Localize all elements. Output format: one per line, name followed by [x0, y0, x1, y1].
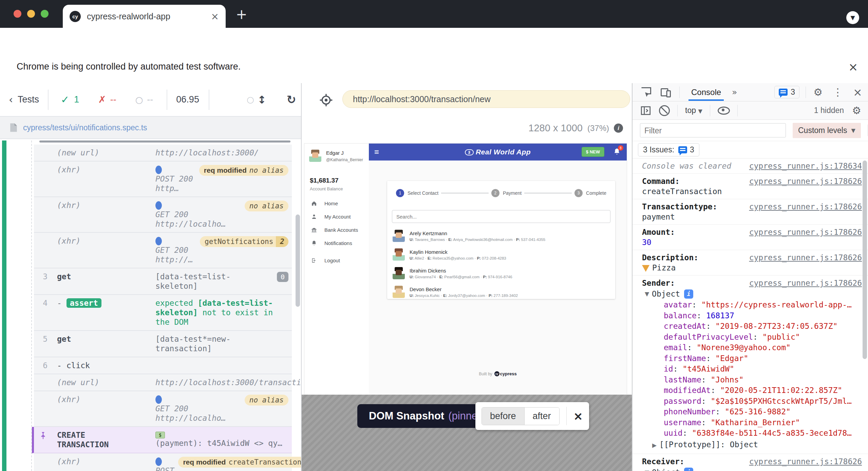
devtools-kebab-icon[interactable]: ⋮	[833, 86, 843, 98]
browser-tab[interactable]: cy cypress-realworld-app ×	[63, 5, 226, 28]
source-link[interactable]: cypress_runner.js:178626	[749, 176, 862, 196]
runner-scrollbar[interactable]	[296, 214, 300, 307]
object-property[interactable]: username: "Katharina_Bernier"	[633, 417, 868, 428]
rerun-tests-icon[interactable]: ↻	[287, 93, 296, 106]
command-row[interactable]: 6- click	[34, 357, 292, 374]
context-selector[interactable]: top ▼	[685, 106, 702, 115]
console-filter-field[interactable]	[640, 123, 786, 137]
console-sidebar-toggle-icon[interactable]	[640, 105, 652, 116]
scrolled-row-edge	[39, 140, 290, 143]
window-minimize-button[interactable]	[27, 10, 35, 18]
sidebar-item-bank-accounts[interactable]: Bank Accounts	[304, 223, 369, 237]
inspect-element-icon[interactable]	[640, 86, 652, 98]
devtools-settings-gear-icon[interactable]: ⚙	[813, 86, 823, 98]
live-expression-eye-icon[interactable]	[718, 107, 730, 115]
command-row[interactable]: 3get [data-test=list-skeleton] 0	[34, 268, 292, 295]
source-link[interactable]: cypress_runner.js:178626	[749, 227, 862, 247]
route-badge: req modifiedcreateTransaction	[178, 457, 301, 468]
contact-search-input[interactable]	[392, 213, 604, 220]
snapshot-close-icon[interactable]: ×	[573, 409, 583, 423]
object-property[interactable]: email: "Norene39@yahoo.com"	[633, 342, 868, 353]
contact-list-item[interactable]: Ibrahim Dickens U: Giovanna74 · E: Pearl…	[387, 264, 615, 282]
new-tab-button[interactable]: +	[236, 7, 247, 21]
sidebar-item-logout[interactable]: Logout	[304, 254, 369, 267]
info-badge-icon[interactable]: i	[684, 468, 693, 471]
banner-close-icon[interactable]: ×	[848, 60, 858, 74]
command-row[interactable]: (xhr) POST … req modifiedcreateTransacti…	[34, 453, 292, 471]
more-tabs-icon[interactable]: »	[732, 87, 737, 97]
contact-list-item[interactable]: Kaylin Homenick U: Allie2 · E: Rebeca35@…	[387, 245, 615, 264]
source-link[interactable]: cypress_runner.js:178626	[749, 252, 862, 273]
object-property[interactable]: avatar: "https://cypress-realworld-app-…	[633, 300, 868, 310]
info-badge-icon[interactable]: i	[684, 289, 693, 299]
aut-url-bar[interactable]: http://localhost:3000/transaction/new	[342, 90, 630, 108]
snapshot-controls: before after ×	[475, 402, 589, 430]
snapshot-after-button[interactable]: after	[525, 408, 559, 425]
hidden-messages-label[interactable]: 1 hidden	[814, 106, 844, 115]
command-row[interactable]: 5get [data-test*=new-transaction]	[34, 331, 292, 357]
object-property[interactable]: lastName: "Johns"	[633, 375, 868, 385]
object-property[interactable]: password: "$2a$10$5PXHGtcsckWtAprT5/Jml…	[633, 396, 868, 407]
selector-playground-icon[interactable]	[319, 93, 333, 108]
assert-row[interactable]: 4 - assert expected [data-test=list-skel…	[34, 295, 292, 331]
console-messages-button[interactable]: 3	[774, 86, 799, 98]
snapshot-before-button[interactable]: before	[482, 408, 525, 425]
window-close-button[interactable]	[14, 10, 21, 18]
source-link[interactable]: cypress_runner.js:178626	[749, 278, 862, 288]
app-user-block: Edgar J @Katharina_Bernier	[304, 144, 369, 163]
object-property[interactable]: balance: 168137	[633, 310, 868, 321]
object-property[interactable]: modifiedAt: "2020-05-21T11:02:22.857Z"	[633, 385, 868, 396]
object-property[interactable]: defaultPrivacyLevel: "public"	[633, 332, 868, 343]
command-row[interactable]: (xhr) GET 200 http://… getNotifications2	[34, 233, 292, 268]
devtools-scrollbar[interactable]	[863, 161, 867, 359]
tab-search-button[interactable]: ▼	[846, 11, 859, 24]
browser-toolbar: ← → ↻ i localhost:3000/__/#/tests/integr…	[0, 28, 868, 53]
contact-search-field[interactable]	[392, 210, 610, 223]
contact-list-item[interactable]: Devon Becker U: Jessyca.Kuhic · E: Jordy…	[387, 282, 615, 301]
devtools-close-icon[interactable]: ×	[853, 86, 862, 99]
contact-list-item[interactable]: Arely Kertzmann U: Tavares_Barrows · E: …	[387, 226, 615, 245]
devtools-tabbar: Console » 3 ⚙ ⋮ ×	[633, 83, 868, 101]
sidebar-item-notifications[interactable]: Notifications	[304, 237, 369, 250]
object-property[interactable]: firstName: "Edgar"	[633, 353, 868, 364]
command-row[interactable]: (xhr) POST 200 http… req modifiedno alia…	[34, 162, 292, 197]
object-property[interactable]: phoneNumber: "625-316-9882"	[633, 407, 868, 417]
cypress-footer-logo[interactable]: cycypress	[494, 371, 517, 376]
object-property[interactable]: uuid: "6383f84e-b511-44c5-a835-3ece1d78…	[633, 428, 868, 439]
source-link[interactable]: cypress_runner.js:178626	[749, 456, 862, 467]
object-property[interactable]: id: "t45AiwidW"	[633, 364, 868, 375]
viewport-info-icon[interactable]: i	[614, 124, 623, 133]
new-transaction-button[interactable]: $ NEW	[582, 147, 604, 157]
notifications-bell-button[interactable]: 8	[613, 148, 621, 157]
tab-console[interactable]: Console	[688, 84, 724, 100]
prototype-row[interactable]: ▶[[Prototype]]: Object	[633, 439, 868, 452]
runner-header: ‹ Tests ✓ 1 ✗ -- ○ -- 06.95 ○ ↕	[0, 83, 301, 117]
log-levels-dropdown[interactable]: Custom levels▼	[793, 123, 861, 138]
object-expander[interactable]: ▼Object i	[633, 467, 868, 471]
object-property[interactable]: createdAt: "2019-08-27T23:47:05.637Z"	[633, 321, 868, 332]
spec-file-name[interactable]: cypress/tests/ui/notifications.spec.ts	[23, 123, 147, 132]
command-row[interactable]: (xhr) GET 200 http://localho… no alias	[34, 391, 292, 427]
command-row[interactable]: (new url) http://localhost:3000/	[34, 145, 292, 162]
window-zoom-button[interactable]	[41, 10, 49, 18]
scroll-lock-toggle[interactable]: ○ ↕	[247, 94, 266, 106]
object-expander[interactable]: ▼Object i	[633, 288, 868, 300]
tab-close-icon[interactable]: ×	[211, 11, 219, 22]
command-row[interactable]: (new url) http://localhost:3000/transact…	[34, 374, 292, 391]
svg-text:$: $	[468, 150, 471, 154]
rwa-logo-icon: $	[465, 149, 474, 155]
clear-console-icon[interactable]	[659, 105, 670, 116]
sidebar-item-my-account[interactable]: My Account	[304, 210, 369, 223]
issues-button[interactable]: 3 Issues: 3	[638, 143, 699, 156]
sidebar-item-home[interactable]: Home	[304, 197, 369, 210]
back-to-tests-button[interactable]: ‹ Tests	[9, 94, 39, 106]
device-toolbar-icon[interactable]	[660, 86, 672, 98]
pinned-command-row[interactable]: CREATE TRANSACTION $(payment): t45AiwidW…	[32, 427, 292, 453]
command-row[interactable]: (xhr) GET 200 http://localho… no alias	[34, 197, 292, 233]
console-settings-gear-icon[interactable]: ⚙	[852, 105, 861, 116]
source-link[interactable]: cypress_runner.js:178626	[749, 202, 862, 222]
spec-file-row[interactable]: cypress/tests/ui/notifications.spec.ts	[0, 117, 301, 139]
source-link[interactable]: cypress_runner.js:178634	[749, 161, 862, 171]
viewport-size: 1280 x 1000	[528, 123, 583, 134]
console-filter-input[interactable]	[640, 124, 783, 138]
